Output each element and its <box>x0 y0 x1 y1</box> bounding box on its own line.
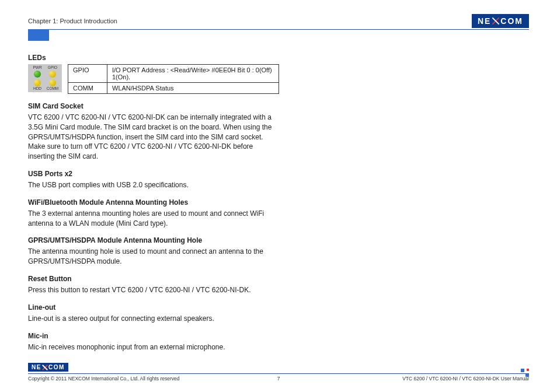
led-indicator-pwr <box>34 71 41 78</box>
section-heading-gprs: GPRS/UMTS/HSDPA Module Antenna Mounting … <box>28 236 279 244</box>
section-body-lineout: Line-out is a stereo output for connecti… <box>28 314 279 324</box>
page-header: Chapter 1: Product Introduction NE COM <box>28 14 529 30</box>
brand-x-icon <box>42 365 48 370</box>
led-indicator-gpio <box>49 71 56 78</box>
led-definitions-table: GPIO I/O PORT Address : <Read/Write> #0E… <box>68 64 279 94</box>
footer-brand-logo: NE COM <box>28 363 68 372</box>
brand-text-right: COM <box>500 16 523 26</box>
brand-text-left: NE <box>478 16 491 26</box>
led-label-pwr: PWR <box>33 66 41 70</box>
header-tab-accent <box>28 29 49 41</box>
section-body-usb: The USB port complies with USB 2.0 speci… <box>28 180 279 190</box>
led-name-cell: GPIO <box>68 65 107 83</box>
table-row: COMM WLAN/HSDPA Status <box>68 83 279 94</box>
section-body-sim: VTC 6200 / VTC 6200-NI / VTC 6200-NI-DK … <box>28 113 279 162</box>
table-row: GPIO I/O PORT Address : <Read/Write> #0E… <box>68 65 279 83</box>
footer-copyright: Copyright © 2011 NEXCOM International Co… <box>28 376 180 382</box>
section-heading-leds: LEDs <box>28 54 279 62</box>
led-label-gpio: GPIO <box>48 66 57 70</box>
led-panel-diagram: PWR GPIO HDD COMM <box>28 64 62 92</box>
led-label-comm: COMM <box>47 87 59 91</box>
section-heading-usb: USB Ports x2 <box>28 170 279 178</box>
led-label-hdd: HDD <box>33 87 41 91</box>
section-body-wifi: The 3 external antenna mounting holes ar… <box>28 209 279 229</box>
led-indicator-hdd <box>34 79 41 86</box>
section-heading-lineout: Line-out <box>28 303 279 312</box>
page-footer: NE COM Copyright © 2011 NEXCOM Internati… <box>28 363 529 382</box>
footer-doc-title: VTC 6200 / VTC 6200-NI / VTC 6200-NI-DK … <box>402 376 529 382</box>
section-heading-micin: Mic-in <box>28 332 279 340</box>
led-name-cell: COMM <box>68 83 107 94</box>
section-heading-reset: Reset Button <box>28 275 279 283</box>
led-desc-cell: I/O PORT Address : <Read/Write> #0EE0H B… <box>107 65 279 83</box>
brand-text-left: NE <box>32 364 41 370</box>
led-indicator-comm <box>49 79 56 86</box>
section-body-micin: Mic-in receives monophonic input from an… <box>28 342 279 352</box>
section-heading-sim: SIM Card Socket <box>28 102 279 110</box>
section-body-gprs: The antenna mounting hole is used to mou… <box>28 247 279 267</box>
led-desc-cell: WLAN/HSDPA Status <box>107 83 279 94</box>
footer-page-number: 7 <box>277 376 280 382</box>
main-content: LEDs PWR GPIO HDD COMM GPIO I/O PORT Add… <box>28 54 279 352</box>
brand-x-icon <box>492 17 500 25</box>
section-heading-wifi: WiFi/Bluetooth Module Antenna Mounting H… <box>28 198 279 206</box>
brand-logo: NE COM <box>472 14 529 28</box>
section-body-reset: Press this button to restart VTC 6200 / … <box>28 285 279 295</box>
footer-ornament-icon <box>521 369 529 377</box>
brand-text-right: COM <box>48 364 65 370</box>
chapter-title: Chapter 1: Product Introduction <box>28 18 117 24</box>
